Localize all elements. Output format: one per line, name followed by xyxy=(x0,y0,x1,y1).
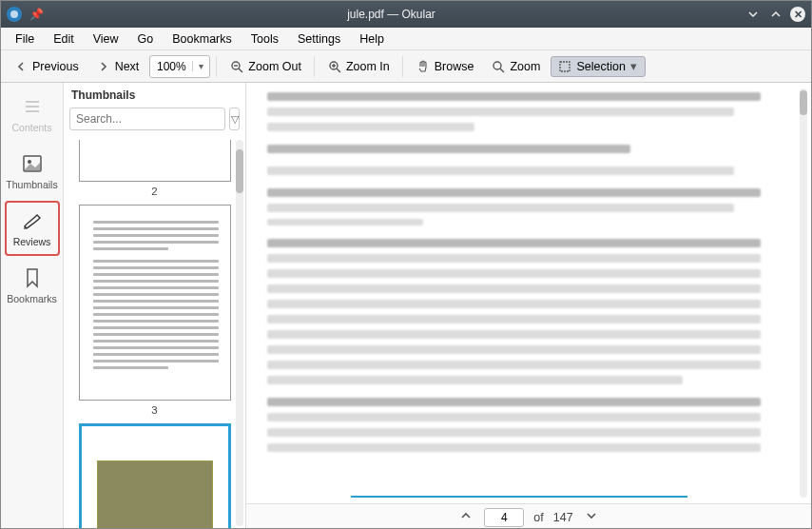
browse-label: Browse xyxy=(435,60,474,73)
svg-line-5 xyxy=(337,69,340,72)
funnel-icon: ▽ xyxy=(231,113,239,126)
selection-underline xyxy=(351,496,687,498)
thumbnail-scrollbar[interactable] xyxy=(236,140,243,526)
sidetab-contents[interactable]: Contents xyxy=(5,87,60,142)
sidetab-bookmarks-label: Bookmarks xyxy=(7,293,57,304)
zoom-in-button[interactable]: Zoom In xyxy=(320,56,396,77)
bookmark-icon xyxy=(21,266,44,289)
main-area: Contents Thumbnails Reviews Bookmarks Th… xyxy=(1,83,811,529)
viewer-scroll-handle[interactable] xyxy=(800,90,807,115)
zoom-tool-label: Zoom xyxy=(510,60,540,73)
page-of-label: of xyxy=(533,511,543,524)
selection-button[interactable]: Selection ▾ xyxy=(551,56,645,77)
selection-label: Selection xyxy=(576,60,625,73)
viewer-scrollbar[interactable] xyxy=(800,88,807,498)
zoom-out-icon xyxy=(229,59,244,74)
menu-view[interactable]: View xyxy=(85,30,127,48)
close-button[interactable]: ✕ xyxy=(790,7,805,22)
thumbnail-list[interactable]: 2 3 xyxy=(64,136,245,529)
window-title: jule.pdf — Okular xyxy=(44,8,739,21)
previous-label: Previous xyxy=(32,60,79,73)
side-tabs: Contents Thumbnails Reviews Bookmarks xyxy=(1,83,64,529)
menu-help[interactable]: Help xyxy=(351,30,393,48)
thumbnail-text-preview xyxy=(80,206,230,382)
thumbnail-page-4[interactable] xyxy=(79,423,231,529)
menubar: File Edit View Go Bookmarks Tools Settin… xyxy=(1,28,811,50)
sidetab-bookmarks[interactable]: Bookmarks xyxy=(5,258,60,313)
thumbnails-panel: Thumbnails ▽ 2 3 xyxy=(64,83,246,529)
page-number-input[interactable] xyxy=(484,508,524,527)
browse-button[interactable]: Browse xyxy=(409,56,481,77)
menu-file[interactable]: File xyxy=(7,30,43,48)
search-input[interactable] xyxy=(69,108,225,130)
toolbar: Previous Next ▾ Zoom Out Zoom In Browse … xyxy=(1,50,811,83)
list-icon xyxy=(21,95,44,118)
sidetab-thumbnails-label: Thumbnails xyxy=(6,179,57,190)
thumbnails-header: Thumbnails xyxy=(64,83,245,106)
svg-point-8 xyxy=(493,62,501,69)
next-label: Next xyxy=(115,60,140,73)
sidetab-contents-label: Contents xyxy=(11,122,51,133)
zoom-out-button[interactable]: Zoom Out xyxy=(222,56,308,77)
zoom-dropdown-icon[interactable]: ▾ xyxy=(192,61,209,71)
page-content[interactable] xyxy=(260,83,794,501)
selection-icon xyxy=(557,59,572,74)
menu-edit[interactable]: Edit xyxy=(45,30,83,48)
thumbnail-label-3: 3 xyxy=(69,404,240,416)
sidetab-thumbnails[interactable]: Thumbnails xyxy=(5,144,60,199)
zoom-in-icon xyxy=(327,59,342,74)
svg-point-15 xyxy=(28,160,31,164)
thumbnail-page-3[interactable] xyxy=(79,205,231,401)
minimize-button[interactable] xyxy=(744,6,762,23)
thumbnail-scroll-handle[interactable] xyxy=(236,149,243,193)
zoom-out-label: Zoom Out xyxy=(248,60,301,73)
page-total: 147 xyxy=(553,511,573,524)
image-icon xyxy=(21,152,44,175)
chevron-down-icon: ▾ xyxy=(629,59,639,74)
separator xyxy=(216,56,217,77)
svg-line-9 xyxy=(500,69,504,72)
sidetab-reviews[interactable]: Reviews xyxy=(5,201,60,256)
thumbnail-page-2[interactable] xyxy=(79,140,231,182)
zoom-in-label: Zoom In xyxy=(346,60,390,73)
magnifier-icon xyxy=(491,59,506,74)
selection-highlight xyxy=(97,460,213,529)
separator xyxy=(314,56,315,77)
pin-icon[interactable]: 📌 xyxy=(29,8,44,21)
menu-tools[interactable]: Tools xyxy=(242,30,287,48)
page-next-button[interactable] xyxy=(583,510,600,524)
page-navigation: of 147 xyxy=(246,503,811,529)
menu-bookmarks[interactable]: Bookmarks xyxy=(164,30,241,48)
svg-rect-10 xyxy=(560,62,570,71)
page-prev-button[interactable] xyxy=(457,510,474,524)
maximize-button[interactable] xyxy=(767,6,784,23)
pencil-icon xyxy=(21,209,44,232)
app-icon xyxy=(7,7,22,22)
chevron-right-icon xyxy=(96,59,111,74)
zoom-tool-button[interactable]: Zoom xyxy=(484,56,547,77)
menu-go[interactable]: Go xyxy=(129,30,163,48)
chevron-left-icon xyxy=(13,59,29,74)
svg-point-0 xyxy=(10,10,18,18)
svg-line-2 xyxy=(239,69,242,72)
next-button[interactable]: Next xyxy=(89,56,146,77)
sidetab-reviews-label: Reviews xyxy=(13,236,51,247)
menu-settings[interactable]: Settings xyxy=(289,30,349,48)
previous-button[interactable]: Previous xyxy=(7,56,86,77)
separator xyxy=(402,56,403,77)
titlebar: 📌 jule.pdf — Okular ✕ xyxy=(1,1,811,28)
thumbnail-label-2: 2 xyxy=(69,186,240,197)
zoom-combo[interactable]: ▾ xyxy=(149,55,210,78)
zoom-value-input[interactable] xyxy=(150,60,192,73)
filter-button[interactable]: ▽ xyxy=(229,108,240,130)
hand-icon xyxy=(416,59,431,74)
document-viewer[interactable]: of 147 xyxy=(246,83,811,529)
